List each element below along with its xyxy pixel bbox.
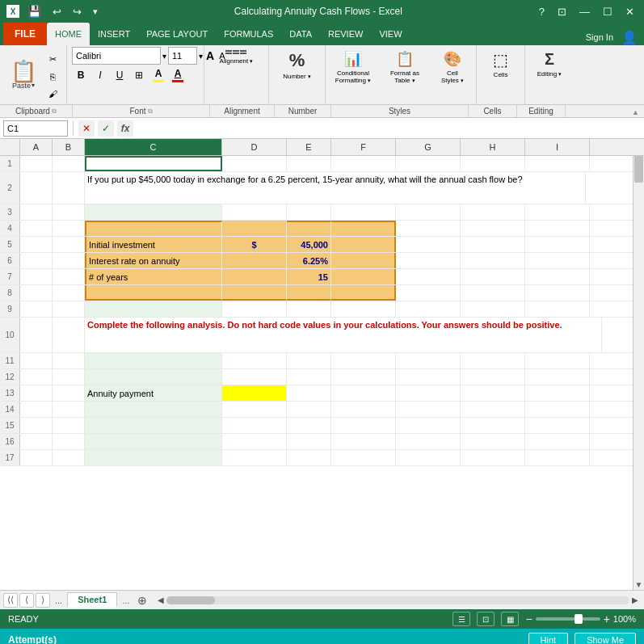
cell-g1[interactable] [396, 156, 461, 171]
cell-b4[interactable] [53, 221, 85, 236]
show-me-button[interactable]: Show Me [575, 633, 636, 644]
cell-f3[interactable] [331, 204, 396, 220]
cell-a8[interactable] [20, 285, 53, 301]
cell-i7[interactable] [525, 269, 590, 284]
cell-h8[interactable] [461, 285, 525, 301]
cell-b10[interactable] [53, 318, 85, 352]
col-header-h[interactable]: H [461, 139, 525, 155]
cell-b12[interactable] [53, 369, 85, 385]
cell-d1[interactable] [222, 156, 287, 171]
format-as-table-button[interactable]: 📋 Format asTable ▾ [381, 47, 429, 103]
cell-c11[interactable] [85, 353, 222, 368]
cell-g3[interactable] [396, 204, 461, 220]
font-size-input[interactable] [168, 47, 197, 65]
number-button[interactable]: % Number ▾ [280, 47, 314, 83]
cell-c14[interactable] [85, 402, 222, 417]
cell-b2[interactable] [53, 172, 85, 204]
cell-g16[interactable] [396, 434, 461, 449]
sheet-nav-first[interactable]: ⟨⟨ [3, 593, 18, 608]
minimize-btn[interactable]: — [576, 6, 593, 18]
editing-button[interactable]: Σ Editing ▾ [534, 47, 566, 81]
cell-f1[interactable] [331, 156, 396, 171]
cell-c12[interactable] [85, 369, 222, 385]
cell-b14[interactable] [53, 402, 85, 417]
cell-c16[interactable] [85, 434, 222, 449]
cell-e7[interactable]: 15 [287, 269, 331, 284]
sheet-dots-right[interactable]: ... [119, 596, 133, 605]
cell-h3[interactable] [461, 204, 525, 220]
tab-data[interactable]: DATA [281, 23, 320, 45]
cell-a15[interactable] [20, 418, 53, 433]
collapse-ribbon-button[interactable]: ▲ [632, 108, 639, 116]
font-name-input[interactable] [72, 47, 161, 65]
cell-i13[interactable] [525, 385, 590, 401]
cell-a16[interactable] [20, 434, 53, 449]
tab-insert[interactable]: INSERT [90, 23, 138, 45]
maximize-btn[interactable]: ☐ [600, 6, 616, 18]
paste-button[interactable]: 📋 Paste ▾ [5, 48, 42, 101]
cell-g15[interactable] [396, 418, 461, 433]
cell-a7[interactable] [20, 269, 53, 284]
view-normal-btn[interactable]: ☰ [452, 612, 470, 626]
cell-b5[interactable] [53, 237, 85, 252]
formula-input[interactable] [137, 120, 641, 137]
tab-view[interactable]: VIEW [371, 23, 410, 45]
cell-i5[interactable] [525, 237, 590, 252]
formula-cancel-btn[interactable]: ✕ [78, 120, 95, 137]
cell-f14[interactable] [331, 402, 396, 417]
cell-a6[interactable] [20, 253, 53, 268]
cell-f9[interactable] [331, 301, 396, 317]
cell-i12[interactable] [525, 369, 590, 385]
cell-g6[interactable] [396, 253, 461, 268]
cell-d12[interactable] [222, 369, 287, 385]
zoom-minus-btn[interactable]: − [525, 612, 532, 625]
restore-btn[interactable]: ⊡ [554, 6, 570, 18]
cell-b6[interactable] [53, 253, 85, 268]
font-size-dropdown-icon[interactable]: ▾ [199, 52, 203, 61]
cell-a14[interactable] [20, 402, 53, 417]
customize-btn[interactable]: ▾ [90, 6, 101, 17]
cell-g4[interactable] [396, 221, 461, 236]
cells-button[interactable]: ⬚ Cells [490, 47, 511, 82]
view-page-break-btn[interactable]: ▦ [501, 612, 519, 626]
hint-button[interactable]: Hint [528, 633, 569, 644]
cell-f5[interactable] [331, 237, 396, 252]
cell-e8[interactable] [287, 285, 331, 301]
cell-h6[interactable] [461, 253, 525, 268]
col-header-b[interactable]: B [53, 139, 85, 155]
cell-g8[interactable] [396, 285, 461, 301]
cell-i6[interactable] [525, 253, 590, 268]
borders-button[interactable]: ⊞ [130, 66, 148, 84]
font-color-button[interactable]: A [169, 66, 187, 84]
cell-f17[interactable] [331, 450, 396, 465]
cell-d14[interactable] [222, 402, 287, 417]
cell-d8[interactable] [222, 285, 287, 301]
cell-e9[interactable] [287, 301, 331, 317]
cell-f15[interactable] [331, 418, 396, 433]
cell-c8[interactable] [85, 285, 222, 301]
cell-d15[interactable] [222, 418, 287, 433]
cell-f7[interactable] [331, 269, 396, 284]
cell-i17[interactable] [525, 450, 590, 465]
col-header-e[interactable]: E [287, 139, 331, 155]
help-btn[interactable]: ? [536, 6, 548, 18]
cell-c2[interactable]: If you put up $45,000 today in exchange … [85, 172, 586, 204]
cell-g17[interactable] [396, 450, 461, 465]
h-scroll-right-arrow[interactable]: ▶ [629, 596, 641, 604]
cell-h17[interactable] [461, 450, 525, 465]
cell-i15[interactable] [525, 418, 590, 433]
cell-g5[interactable] [396, 237, 461, 252]
cell-h13[interactable] [461, 385, 525, 401]
cell-g9[interactable] [396, 301, 461, 317]
cell-a17[interactable] [20, 450, 53, 465]
cell-f16[interactable] [331, 434, 396, 449]
cell-c1[interactable] [85, 156, 222, 171]
cell-d6[interactable] [222, 253, 287, 268]
function-wizard-btn[interactable]: fx [117, 120, 133, 137]
cell-styles-button[interactable]: 🎨 CellStyles ▾ [432, 47, 473, 103]
cell-e3[interactable] [287, 204, 331, 220]
col-header-c[interactable]: C [85, 139, 222, 155]
sheet-tab-sheet1[interactable]: Sheet1 [67, 592, 117, 608]
cell-d3[interactable] [222, 204, 287, 220]
italic-button[interactable]: I [91, 66, 109, 84]
